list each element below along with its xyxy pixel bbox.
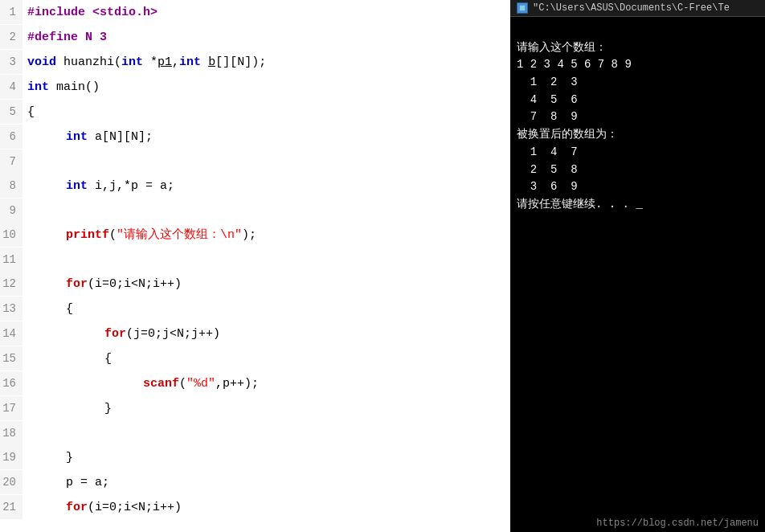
code-fragment: } xyxy=(66,451,73,464)
line-number: 8 xyxy=(0,174,22,198)
terminal-footer: https://blog.csdn.net/jamenu xyxy=(510,514,765,532)
code-text: { xyxy=(22,100,35,125)
code-line-18: 18 xyxy=(0,421,510,445)
code-line-13: 13 { xyxy=(0,297,510,321)
line-number: 9 xyxy=(0,198,22,223)
terminal-icon-inner xyxy=(519,5,526,11)
code-line-9: 9 xyxy=(0,198,510,223)
line-number: 21 xyxy=(0,495,22,519)
code-fragment: { xyxy=(66,302,73,316)
line-number: 1 xyxy=(0,0,22,24)
code-fragment: ,p++); xyxy=(215,377,259,391)
terminal-title: "C:\Users\ASUS\Documents\C-Free\Te xyxy=(533,2,730,14)
code-line-21: 21 for(i=0;i<N;i++) xyxy=(0,495,510,520)
line-number: 19 xyxy=(0,445,22,469)
terminal-icon xyxy=(517,2,528,14)
line-number: 10 xyxy=(0,223,22,247)
code-fragment: ( xyxy=(109,228,117,242)
keyword-int: int xyxy=(121,55,143,69)
code-text: p = a; xyxy=(22,471,109,495)
line-number: 15 xyxy=(0,346,22,370)
code-line-16: 16 scanf("%d",p++); xyxy=(0,371,510,396)
code-line-14: 14 for(j=0;j<N;j++) xyxy=(0,321,510,346)
code-text: #include <stdio.h> xyxy=(22,1,158,25)
code-text: int a[N][N]; xyxy=(22,125,153,149)
string-literal: "请输入这个数组：\n" xyxy=(117,228,242,242)
func-printf: printf xyxy=(66,228,109,242)
line-number: 13 xyxy=(0,297,22,321)
param-b: b xyxy=(208,55,215,69)
code-line-11: 11 xyxy=(0,248,510,272)
keyword: #define N 3 xyxy=(27,31,107,44)
code-text: void huanzhi(int *p1,int b[][N]); xyxy=(22,51,266,75)
code-text: { xyxy=(22,297,73,321)
code-line-5: 5 { xyxy=(0,100,510,125)
code-line-4: 4 int main() xyxy=(0,75,510,100)
code-text: { xyxy=(22,347,112,371)
code-fragment: { xyxy=(104,352,112,366)
keyword-int: int xyxy=(66,179,88,193)
code-fragment: i,j,*p = a; xyxy=(88,179,174,193)
code-fragment: (j=0;j<N;j++) xyxy=(126,327,220,341)
code-fragment: } xyxy=(104,402,112,415)
code-fragment: main() xyxy=(49,80,100,94)
code-text: for(i=0;i<N;i++) xyxy=(22,272,182,297)
code-text: printf("请输入这个数组：\n"); xyxy=(22,223,256,248)
code-fragment: , xyxy=(172,55,179,69)
code-text: for(j=0;j<N;j++) xyxy=(22,322,220,346)
code-text: #define N 3 xyxy=(22,26,107,50)
line-number: 11 xyxy=(0,248,22,272)
code-text: } xyxy=(22,446,73,470)
code-fragment: { xyxy=(27,105,35,119)
line-number: 7 xyxy=(0,149,22,174)
code-line-1: 1 #include <stdio.h> xyxy=(0,0,510,25)
param-p1: p1 xyxy=(158,55,172,69)
code-lines: 1 #include <stdio.h> 2 #define N 3 3 voi… xyxy=(0,0,510,532)
keyword: #include <stdio.h> xyxy=(27,6,158,19)
code-fragment: huanzhi( xyxy=(56,55,121,69)
code-fragment: ( xyxy=(179,377,186,391)
code-fragment: (i=0;i<N;i++) xyxy=(88,277,182,291)
terminal-output: 请输入这个数组： 1 2 3 4 5 6 7 8 9 1 2 3 4 5 6 7… xyxy=(510,17,765,514)
code-line-20: 20 p = a; xyxy=(0,470,510,495)
code-fragment: (i=0;i<N;i++) xyxy=(88,501,182,514)
terminal-line-prompt: 请输入这个数组： 1 2 3 4 5 6 7 8 9 1 2 3 4 5 6 7… xyxy=(517,41,643,211)
code-fragment: [][N]); xyxy=(215,55,266,69)
keyword-int: int xyxy=(27,80,49,94)
code-fragment: * xyxy=(143,55,158,69)
func-scanf: scanf xyxy=(143,377,179,391)
code-line-10: 10 printf("请输入这个数组：\n"); xyxy=(0,223,510,248)
line-number: 14 xyxy=(0,321,22,346)
code-line-19: 19 } xyxy=(0,445,510,470)
line-number: 16 xyxy=(0,371,22,395)
keyword-int: int xyxy=(66,130,88,144)
code-fragment: ); xyxy=(242,228,256,242)
line-number: 12 xyxy=(0,272,22,296)
code-line-3: 3 void huanzhi(int *p1,int b[][N]); xyxy=(0,50,510,75)
code-text: scanf("%d",p++); xyxy=(22,372,259,396)
keyword-for: for xyxy=(104,327,126,341)
code-line-15: 15 { xyxy=(0,346,510,371)
line-number: 6 xyxy=(0,125,22,149)
code-text: for(i=0;i<N;i++) xyxy=(22,496,182,520)
code-text: int i,j,*p = a; xyxy=(22,174,174,198)
terminal-titlebar: "C:\Users\ASUS\Documents\C-Free\Te xyxy=(510,0,765,17)
code-line-7: 7 xyxy=(0,149,510,174)
code-line-12: 12 for(i=0;i<N;i++) xyxy=(0,272,510,297)
code-line-2: 2 #define N 3 xyxy=(0,25,510,50)
line-number: 5 xyxy=(0,100,22,124)
terminal-window: "C:\Users\ASUS\Documents\C-Free\Te 请输入这个… xyxy=(510,0,765,532)
footer-url: https://blog.csdn.net/jamenu xyxy=(596,518,759,529)
line-number: 20 xyxy=(0,470,22,494)
line-number: 4 xyxy=(0,75,22,99)
line-number: 18 xyxy=(0,421,22,445)
line-number: 3 xyxy=(0,50,22,74)
keyword-for: for xyxy=(66,277,88,291)
code-editor: 1 #include <stdio.h> 2 #define N 3 3 voi… xyxy=(0,0,510,532)
keyword-void: void xyxy=(27,55,56,69)
code-fragment xyxy=(201,55,208,69)
code-line-17: 17 } xyxy=(0,396,510,421)
line-number: 2 xyxy=(0,25,22,49)
keyword-int2: int xyxy=(179,55,201,69)
code-line-6: 6 int a[N][N]; xyxy=(0,125,510,149)
